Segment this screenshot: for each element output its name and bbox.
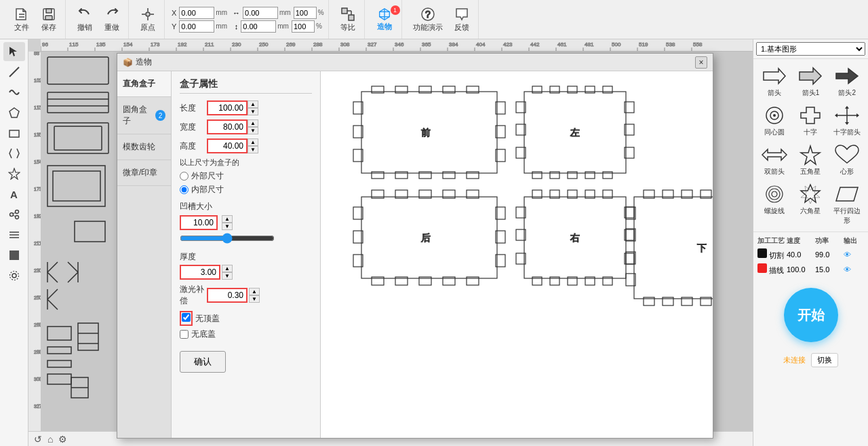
svg-text:115: 115	[69, 41, 79, 48]
slot-slider[interactable]	[180, 233, 275, 244]
select-tool[interactable]	[3, 42, 25, 61]
laser-input[interactable]	[207, 288, 248, 303]
shape-double-arrow[interactable]: 双箭头	[757, 142, 791, 179]
node-tool[interactable]	[3, 205, 25, 224]
width-down[interactable]: ▼	[248, 127, 258, 134]
shape-heart[interactable]: 心形	[830, 142, 864, 179]
line-tool[interactable]	[3, 62, 25, 81]
svg-point-31	[9, 272, 18, 280]
shape-star5[interactable]: 五角星	[794, 142, 828, 179]
w-pct-input[interactable]	[294, 7, 317, 19]
tab-直角盒子[interactable]: 直角盒子	[117, 71, 171, 97]
shape-spiral[interactable]: 螺旋线	[757, 181, 791, 227]
thickness-spinner: ▲ ▼	[222, 265, 233, 280]
save-button[interactable]: 保存	[37, 3, 61, 35]
svg-rect-120	[75, 221, 105, 242]
inner-radio[interactable]	[180, 185, 189, 194]
undo-button[interactable]: 撤销	[73, 3, 97, 35]
text-tool[interactable]: A	[3, 185, 25, 204]
width-spinner: ▲ ▼	[248, 119, 258, 134]
file-button[interactable]: 文件	[9, 3, 34, 35]
bracket-tool[interactable]	[3, 144, 25, 163]
svg-rect-119	[53, 171, 100, 201]
engrave-eye-icon[interactable]: 👁	[844, 265, 864, 274]
switch-button[interactable]: 切换	[811, 353, 838, 367]
demo-button[interactable]: ? 功能演示	[409, 3, 447, 35]
width-up[interactable]: ▲	[248, 119, 258, 127]
svg-text:前: 前	[421, 127, 431, 138]
settings-icon[interactable]: ⚙	[58, 434, 67, 445]
wave-tool[interactable]	[3, 83, 25, 102]
home-icon[interactable]: ⌂	[47, 434, 53, 445]
svg-marker-233	[801, 107, 820, 124]
svg-rect-3	[46, 9, 52, 13]
height-up[interactable]: ▲	[248, 138, 258, 146]
star-tool[interactable]	[3, 164, 25, 183]
slot-up[interactable]: ▲	[222, 215, 233, 223]
fill-tool[interactable]	[3, 246, 25, 265]
tab-微章印章[interactable]: 微章/印章	[117, 160, 171, 186]
layers-tool[interactable]	[3, 225, 25, 244]
y-input[interactable]	[179, 20, 214, 33]
tab-圆角盒子[interactable]: 圆角盒子 2	[117, 97, 171, 134]
shape-arrow-right[interactable]: 箭头	[757, 63, 791, 100]
confirm-button[interactable]: 确认	[180, 351, 226, 373]
height-input[interactable]	[207, 138, 248, 153]
x-input[interactable]	[179, 7, 214, 19]
svg-rect-173	[372, 277, 384, 285]
shape-circle[interactable]: 同心圆	[757, 103, 791, 139]
svg-rect-29	[9, 250, 19, 260]
scale-button[interactable]: 等比	[336, 3, 360, 35]
svg-marker-243	[801, 186, 820, 204]
shape-arrow1[interactable]: 箭头1	[794, 63, 828, 100]
slot-input[interactable]	[180, 215, 218, 230]
tab-模数齿轮[interactable]: 模数齿轮	[117, 134, 171, 160]
dialog-preview[interactable]: 前	[321, 71, 713, 438]
thickness-down[interactable]: ▼	[222, 272, 233, 280]
shape-parallelogram[interactable]: 平行四边形	[830, 181, 864, 227]
svg-rect-112	[47, 57, 108, 84]
start-button[interactable]: 开始	[784, 288, 838, 342]
h-pct-input[interactable]	[292, 20, 315, 33]
laser-down[interactable]: ▼	[249, 295, 260, 303]
cut-eye-icon[interactable]: 👁	[844, 250, 864, 259]
refresh-icon[interactable]: ↺	[34, 434, 42, 445]
dialog-close-button[interactable]: ×	[695, 56, 707, 69]
inner-radio-row: 内部尺寸	[180, 184, 312, 196]
length-input[interactable]	[207, 100, 248, 115]
thickness-up[interactable]: ▲	[222, 265, 233, 272]
no-top-checkbox[interactable]	[182, 313, 191, 322]
settings-tool[interactable]	[3, 266, 25, 285]
shape-cross-arrow[interactable]: 十字箭头	[830, 103, 864, 139]
shape-category-select[interactable]: 1.基本图形	[756, 42, 865, 56]
origin-button[interactable]: 原点	[136, 3, 160, 35]
length-up[interactable]: ▲	[248, 100, 258, 108]
redo-button[interactable]: 重做	[100, 3, 124, 35]
laser-up[interactable]: ▲	[249, 288, 260, 295]
svg-text:230: 230	[34, 268, 41, 273]
length-label: 长度	[180, 103, 204, 114]
no-bottom-checkbox[interactable]	[180, 330, 189, 339]
height-down[interactable]: ▼	[248, 146, 258, 153]
svg-rect-192	[550, 277, 559, 285]
svg-text:154: 154	[34, 160, 41, 164]
width-input[interactable]	[207, 119, 248, 134]
svg-text:250: 250	[34, 295, 41, 300]
outer-radio[interactable]	[180, 172, 189, 181]
shape-star6[interactable]: 六角星	[794, 181, 828, 227]
svg-rect-139	[419, 172, 431, 179]
rect-tool[interactable]	[3, 124, 25, 143]
thickness-input[interactable]	[180, 265, 220, 280]
feedback-button[interactable]: 反馈	[450, 3, 474, 35]
w-input[interactable]	[243, 7, 278, 19]
canvas-area[interactable]: 96 115 135 154 173 192 211 230 250 269 2…	[28, 39, 753, 446]
length-down[interactable]: ▼	[248, 108, 258, 115]
shape-arrow2[interactable]: 箭头2	[830, 63, 864, 100]
save-label: 保存	[41, 22, 56, 33]
shape-cross[interactable]: 十字	[794, 103, 828, 139]
h-input[interactable]	[241, 20, 276, 33]
connect-row: 未连接 切换	[753, 350, 868, 370]
slot-down[interactable]: ▼	[222, 223, 233, 230]
polygon-tool[interactable]	[3, 103, 25, 122]
svg-marker-237	[845, 122, 849, 125]
